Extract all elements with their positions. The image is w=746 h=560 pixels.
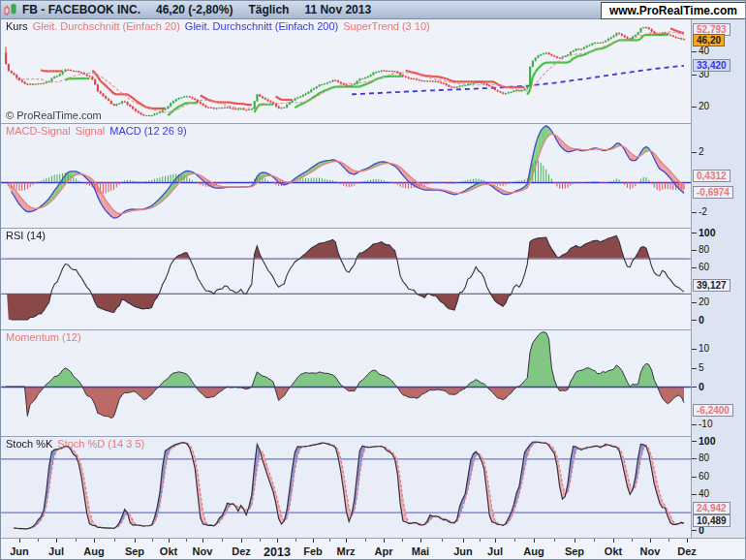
- macd-panel: MACD-SignalSignalMACD (12 26 9): [1, 123, 746, 228]
- axis-tick: [692, 51, 697, 52]
- month-tick: [169, 539, 170, 543]
- minor-tick: [295, 539, 296, 542]
- month-label: Jun: [10, 545, 29, 557]
- axis-tick-label: 100: [699, 436, 716, 446]
- month-label: Nov: [193, 545, 213, 557]
- rsi-panel: RSI (14): [1, 228, 746, 329]
- minor-tick: [365, 539, 366, 542]
- legend-item: MACD-Signal: [6, 125, 71, 137]
- month-tick: [313, 539, 314, 543]
- axis-tick-label: 80: [699, 453, 709, 463]
- month-label: Dez: [677, 545, 697, 557]
- minor-tick: [514, 539, 515, 542]
- rsi-legend: RSI (14): [6, 230, 50, 241]
- axis-tick: [692, 267, 697, 268]
- month-tick: [277, 539, 278, 543]
- axis-tick-label: 0: [699, 315, 704, 325]
- month-tick: [650, 539, 651, 543]
- price-chart-canvas[interactable]: [1, 19, 691, 123]
- legend-item: Kurs: [6, 20, 28, 32]
- current-value-box: 0,4312: [693, 170, 730, 182]
- minor-tick: [186, 539, 187, 542]
- timeframe-label: Täglich: [248, 3, 289, 16]
- month-label: Jul: [487, 545, 503, 557]
- minor-tick: [594, 539, 595, 542]
- prorealtime-logo-icon: [4, 3, 17, 16]
- month-label: Nov: [640, 545, 661, 557]
- month-tick: [420, 539, 421, 543]
- legend-item: SuperTrend (3 10): [343, 20, 429, 32]
- current-value-box: -0,6974: [693, 186, 733, 199]
- minor-tick: [442, 539, 443, 542]
- time-axis[interactable]: JunJulAugSepOktNovDez2013FebMrzAprMaiJun…: [1, 538, 746, 560]
- axis-tick: [692, 107, 697, 108]
- axis-tick: [692, 387, 697, 388]
- month-tick: [495, 539, 496, 543]
- legend-item: Gleit. Durchschnitt (Einfach 20): [33, 20, 180, 32]
- month-tick: [346, 539, 347, 543]
- month-tick: [19, 539, 20, 543]
- axis-tick: [692, 424, 697, 425]
- axis-tick: [692, 75, 697, 76]
- stochastic-chart-canvas[interactable]: [1, 437, 691, 538]
- month-tick: [575, 539, 575, 543]
- month-label: Jul: [48, 545, 64, 557]
- current-value-box: 24,942: [693, 502, 730, 514]
- chart-window: FB - FACEBOOK INC. 46,20 (-2,80%) Täglic…: [0, 0, 746, 560]
- instrument-title: FB - FACEBOOK INC.: [22, 3, 140, 16]
- minor-tick: [76, 539, 77, 542]
- macd-chart-canvas[interactable]: [1, 124, 691, 228]
- legend-item: Stoch %D (14 3 5): [57, 438, 144, 450]
- current-value-box: 10,489: [693, 514, 730, 527]
- month-label: Mai: [412, 545, 429, 557]
- current-value-box: -6,2400: [693, 404, 733, 417]
- current-value-box: 33,420: [693, 59, 730, 72]
- axis-tick: [692, 320, 697, 321]
- axis-tick: [692, 250, 697, 251]
- month-tick: [687, 539, 688, 543]
- axis-tick: [692, 458, 697, 459]
- prorealtime-link[interactable]: www.ProRealTime.com: [601, 2, 746, 19]
- axis-tick: [692, 441, 697, 442]
- month-label: Okt: [605, 545, 622, 557]
- minor-tick: [668, 539, 669, 542]
- axis-tick-label: 80: [699, 245, 709, 255]
- axis-tick-label: 5: [699, 363, 704, 373]
- rsi-chart-canvas[interactable]: [1, 229, 691, 329]
- axis-tick-label: 0: [699, 382, 704, 391]
- momentum-chart-canvas[interactable]: [1, 330, 691, 436]
- minor-tick: [402, 539, 403, 542]
- axis-tick: [692, 349, 697, 350]
- watermark: © ProRealTime.com: [6, 109, 102, 121]
- axis-tick: [692, 477, 697, 478]
- month-tick: [56, 539, 57, 543]
- momentum-legend: Momentum (12): [6, 331, 86, 343]
- month-tick: [613, 539, 614, 543]
- last-price-change: 46,20 (-2,80%): [156, 3, 233, 16]
- month-label: Sep: [565, 545, 584, 557]
- minor-tick: [222, 539, 223, 542]
- month-label: Sep: [125, 545, 144, 557]
- axis-tick-label: 40: [699, 47, 709, 56]
- minor-tick: [260, 539, 261, 542]
- month-tick: [384, 539, 385, 543]
- month-label: 2013: [264, 545, 291, 559]
- month-tick: [202, 539, 203, 543]
- axis-tick-label: 40: [699, 489, 709, 499]
- legend-item: Signal: [76, 125, 106, 137]
- month-tick: [463, 539, 464, 543]
- month-label: Mrz: [337, 545, 356, 557]
- date-label: 11 Nov 2013: [304, 3, 371, 16]
- axis-tick: [692, 530, 697, 531]
- axis-tick-label: 2: [699, 147, 704, 157]
- momentum-panel: Momentum (12): [1, 329, 746, 436]
- month-label: Aug: [83, 545, 104, 557]
- minor-tick: [554, 539, 555, 542]
- minor-tick: [480, 539, 481, 542]
- price-legend: KursGleit. Durchschnitt (Einfach 20)Glei…: [6, 20, 435, 32]
- month-tick: [241, 539, 242, 543]
- axis-tick: [692, 302, 697, 303]
- minor-tick: [152, 539, 153, 542]
- axis-tick: [692, 233, 697, 233]
- axis-tick-label: 60: [699, 472, 709, 482]
